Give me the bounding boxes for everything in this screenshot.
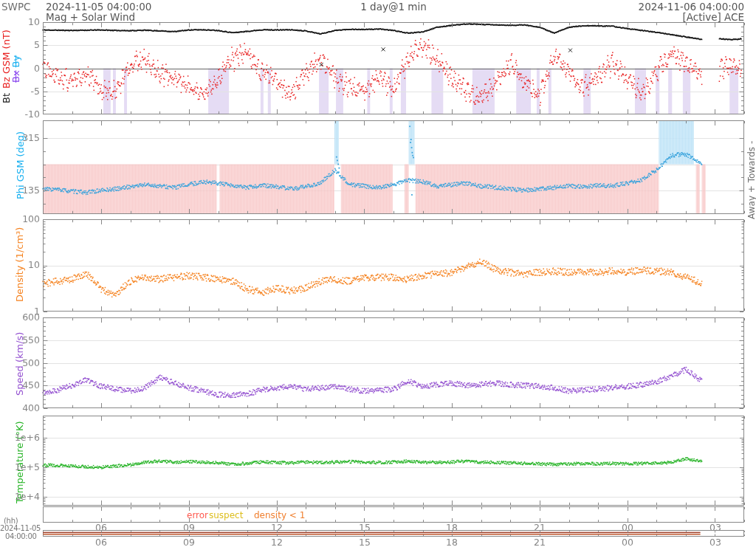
plot-subtitle: Mag + Solar Wind: [46, 11, 135, 23]
mag-ytick: -5: [12, 86, 40, 97]
legend-density-lt-1: density < 1: [254, 510, 305, 520]
speed-ytick: 400: [12, 402, 40, 413]
mag-ytick: 10: [12, 16, 40, 27]
xtick-r2: 21: [529, 537, 551, 547]
temperature-ytick: 1e+4: [12, 491, 40, 502]
data-source: [Active] ACE: [682, 11, 744, 23]
plot-canvas: [0, 0, 756, 547]
xtick-r1: 06: [90, 522, 112, 533]
legend-suspect: suspect: [209, 510, 243, 520]
xtick-r2: 18: [441, 537, 463, 547]
xtick-r1: 15: [354, 522, 376, 533]
xtick-r2: 06: [90, 537, 112, 547]
swpc-ace-plot-window: { "header": { "app": "SWPC", "start_time…: [0, 0, 756, 547]
speed-ytick: 550: [12, 334, 40, 345]
xtick-r2: 15: [354, 537, 376, 547]
mag-ytick: -10: [12, 109, 40, 120]
phi-ytick: 315: [12, 132, 40, 143]
phi-ytick: 135: [12, 185, 40, 196]
speed-ytick: 600: [12, 312, 40, 323]
mag-ytick: 5: [12, 39, 40, 50]
density-ytick: 100: [12, 213, 40, 224]
xtick-r1: 18: [441, 522, 463, 533]
xtick-r1: 21: [529, 522, 551, 533]
xtick-r1: 03: [704, 522, 726, 533]
temperature-ytick: 1e+5: [12, 461, 40, 472]
mag-ytick: 0: [12, 63, 40, 74]
xtick-r2: 09: [178, 537, 200, 547]
xtick-r2: 00: [616, 537, 639, 547]
axis-start-time: 04:00:00: [5, 532, 37, 540]
temperature-ytick: 1e+6: [12, 432, 40, 443]
xtick-r1: 00: [616, 522, 639, 533]
axis-start-date: 2024-11-05: [0, 524, 41, 532]
phi-sector-label: Away + Towards -: [746, 141, 756, 219]
speed-ytick: 500: [12, 357, 40, 368]
density-ytick: 10: [12, 259, 40, 270]
xtick-r2: 03: [704, 537, 726, 547]
xtick-r1: 09: [178, 522, 200, 533]
bt-label: Bt: [1, 93, 12, 103]
xtick-r1: 12: [266, 522, 288, 533]
plot-resolution: 1 day@1 min: [320, 1, 467, 13]
app-title: SWPC: [1, 1, 31, 13]
xtick-r2: 12: [266, 537, 288, 547]
speed-ytick: 450: [12, 379, 40, 391]
legend-error: error: [187, 510, 208, 520]
